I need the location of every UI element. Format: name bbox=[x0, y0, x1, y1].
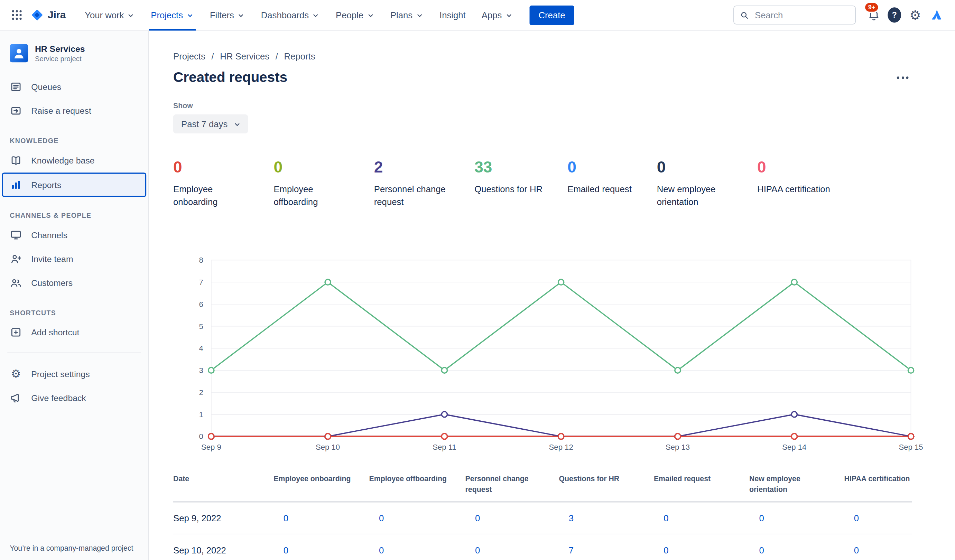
notification-badge: 9+ bbox=[864, 2, 880, 13]
help-icon: ? bbox=[888, 7, 901, 22]
notifications-button[interactable]: 9+ bbox=[863, 5, 884, 25]
sidebar-divider bbox=[7, 353, 141, 353]
sidebar-item-raise-a-request[interactable]: Raise a request bbox=[0, 99, 148, 122]
svg-text:2: 2 bbox=[199, 388, 203, 397]
breadcrumb-hr-services[interactable]: HR Services bbox=[220, 52, 284, 61]
table-cell-link[interactable]: 0 bbox=[465, 546, 480, 555]
sidebar-item-channels[interactable]: Channels bbox=[0, 223, 148, 247]
stat-label: Employee offboarding bbox=[274, 183, 348, 208]
sidebar-item-queues[interactable]: Queues bbox=[0, 75, 148, 99]
stats-row: 0 Employee onboarding 0 Employee offboar… bbox=[173, 158, 912, 209]
chevron-down-icon bbox=[416, 12, 424, 20]
stat-label: Questions for HR bbox=[474, 183, 549, 196]
table-cell-link[interactable]: 7 bbox=[559, 546, 574, 555]
table-cell-link[interactable]: 0 bbox=[654, 514, 669, 523]
sidebar-item-customers[interactable]: Customers bbox=[0, 271, 148, 294]
project-settings-gear-icon: ⚙ bbox=[10, 368, 22, 380]
table-cell-date: Sep 9, 2022 bbox=[173, 514, 274, 523]
stat-value: 33 bbox=[474, 158, 567, 176]
table-cell-link[interactable]: 0 bbox=[274, 546, 288, 555]
stat-emailed-request: 0 Emailed request bbox=[567, 158, 657, 209]
table-cell-link[interactable]: 3 bbox=[559, 514, 574, 523]
create-button[interactable]: Create bbox=[529, 5, 574, 25]
stat-value: 0 bbox=[657, 158, 757, 176]
raise-request-icon bbox=[10, 105, 22, 116]
search-input[interactable] bbox=[753, 9, 849, 20]
grid-icon bbox=[10, 9, 23, 22]
column-header-employee-offboarding: Employee offboarding bbox=[369, 473, 450, 495]
stat-label: HIPAA certification bbox=[757, 183, 832, 196]
help-button[interactable]: ? bbox=[884, 5, 905, 25]
search-icon bbox=[740, 10, 749, 20]
sidebar-item-knowledge-base[interactable]: Knowledge base bbox=[0, 148, 148, 172]
column-header-personnel-change-request: Personnel change request bbox=[465, 473, 546, 495]
sidebar-nav: Queues Raise a request KNOWLEDGE bbox=[0, 75, 148, 409]
invite-team-icon bbox=[10, 252, 22, 264]
table-cell-link[interactable]: 0 bbox=[369, 546, 384, 555]
more-button[interactable] bbox=[893, 70, 912, 85]
page-title: Created requests bbox=[173, 69, 287, 86]
sidebar-item-add-shortcut[interactable]: Add shortcut bbox=[0, 320, 148, 344]
table-header-row: Date Employee onboarding Employee offboa… bbox=[173, 473, 912, 503]
table-cell-link[interactable]: 0 bbox=[465, 514, 480, 523]
breadcrumb: Projects HR Services Reports bbox=[173, 52, 912, 61]
svg-text:6: 6 bbox=[199, 300, 203, 309]
table-cell-date: Sep 10, 2022 bbox=[173, 546, 274, 555]
column-header-employee-onboarding: Employee onboarding bbox=[274, 473, 354, 495]
chevron-down-icon bbox=[366, 12, 374, 20]
stat-new-employee-orientation: 0 New employee orientation bbox=[657, 158, 757, 209]
nav-item-insight[interactable]: Insight bbox=[432, 0, 474, 30]
date-range-select[interactable]: Past 7 days bbox=[173, 114, 248, 133]
nav-item-filters[interactable]: Filters bbox=[202, 0, 253, 30]
stat-value: 2 bbox=[374, 158, 474, 176]
show-label: Show bbox=[173, 102, 912, 110]
jira-app: Jira Your work Projects Filters Dashboar… bbox=[0, 0, 955, 560]
queues-icon bbox=[10, 81, 22, 93]
sidebar-section-knowledge: KNOWLEDGE bbox=[0, 137, 148, 144]
chevron-down-icon bbox=[233, 120, 241, 128]
nav-item-dashboards[interactable]: Dashboards bbox=[253, 0, 328, 30]
nav-item-apps[interactable]: Apps bbox=[474, 0, 521, 30]
add-shortcut-icon bbox=[10, 326, 22, 338]
chevron-down-icon bbox=[186, 12, 194, 20]
breadcrumb-projects[interactable]: Projects bbox=[173, 52, 220, 61]
atlassian-app-button[interactable] bbox=[925, 5, 946, 25]
table-cell-link[interactable]: 0 bbox=[749, 514, 764, 523]
table-cell-link[interactable]: 0 bbox=[369, 514, 384, 523]
settings-button[interactable]: ⚙ bbox=[905, 5, 925, 25]
sidebar-item-project-settings[interactable]: ⚙ Project settings bbox=[0, 361, 148, 385]
table-cell-link[interactable]: 0 bbox=[844, 514, 859, 523]
svg-text:Sep 11: Sep 11 bbox=[432, 443, 456, 452]
app-switcher-button[interactable] bbox=[6, 5, 27, 25]
stat-value: 0 bbox=[567, 158, 657, 176]
nav-item-people[interactable]: People bbox=[328, 0, 382, 30]
table-cell-link[interactable]: 0 bbox=[844, 546, 859, 555]
stat-value: 0 bbox=[757, 158, 858, 176]
title-row: Created requests bbox=[173, 69, 912, 86]
chevron-down-icon bbox=[505, 12, 513, 20]
sidebar-item-give-feedback[interactable]: Give feedback bbox=[0, 385, 148, 409]
chevron-down-icon bbox=[312, 12, 320, 20]
stat-label: Personnel change request bbox=[374, 183, 449, 208]
column-header-questions-for-hr: Questions for HR bbox=[559, 473, 640, 495]
primary-nav: Your work Projects Filters Dashboards Pe… bbox=[77, 0, 521, 30]
svg-text:1: 1 bbox=[199, 410, 203, 419]
nav-item-your-work[interactable]: Your work bbox=[77, 0, 143, 30]
gear-icon: ⚙ bbox=[910, 9, 921, 22]
breadcrumb-reports[interactable]: Reports bbox=[284, 52, 315, 61]
table-cell-link[interactable]: 0 bbox=[749, 546, 764, 555]
table-cell-link[interactable]: 0 bbox=[654, 546, 669, 555]
stat-employee-offboarding: 0 Employee offboarding bbox=[274, 158, 374, 209]
svg-text:8: 8 bbox=[199, 256, 203, 264]
jira-home-link[interactable]: Jira bbox=[27, 9, 72, 22]
sidebar-section-channels-people: CHANNELS & PEOPLE bbox=[0, 212, 148, 219]
stat-personnel-change-request: 2 Personnel change request bbox=[374, 158, 474, 209]
nav-item-plans[interactable]: Plans bbox=[382, 0, 432, 30]
sidebar-item-invite-team[interactable]: Invite team bbox=[0, 247, 148, 271]
project-header: HR Services Service project bbox=[0, 44, 148, 62]
sidebar-item-reports[interactable]: Reports bbox=[2, 172, 146, 197]
table-cell-link[interactable]: 0 bbox=[274, 514, 288, 523]
svg-text:4: 4 bbox=[199, 344, 203, 353]
column-header-hipaa-certification: HIPAA certification bbox=[844, 473, 913, 495]
nav-item-projects[interactable]: Projects bbox=[143, 0, 202, 30]
